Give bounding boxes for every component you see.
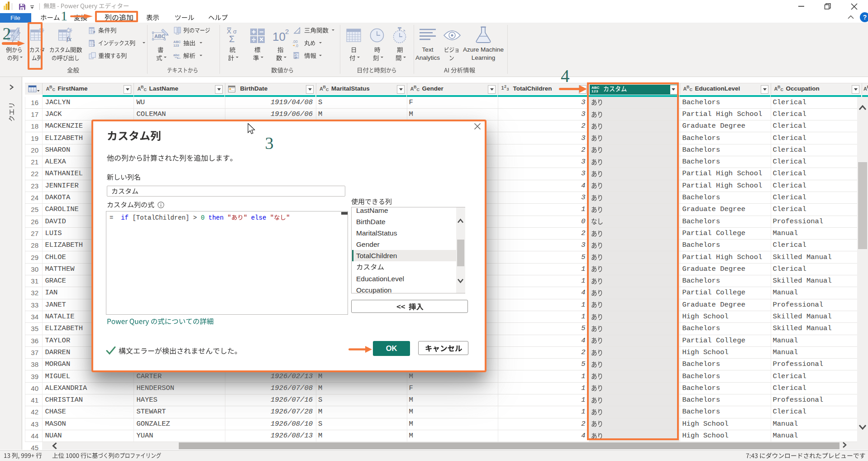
svg-text:ABC: ABC	[154, 34, 165, 39]
svg-text:abc: abc	[173, 53, 180, 57]
svg-text:.0: .0	[295, 43, 298, 48]
svg-text:2: 2	[285, 28, 289, 35]
svg-text:1−: 1−	[294, 53, 298, 56]
svg-text:?: ?	[863, 14, 867, 21]
svg-text:≠: ≠	[93, 30, 95, 34]
svg-text:1: 1	[93, 40, 95, 43]
svg-text:3: 3	[93, 43, 95, 47]
svg-text:Σ: Σ	[229, 34, 234, 43]
svg-text:3+: 3+	[294, 56, 298, 59]
svg-text:10: 10	[272, 30, 286, 43]
svg-text:fx: fx	[67, 35, 72, 42]
svg-text:123: 123	[173, 43, 179, 47]
